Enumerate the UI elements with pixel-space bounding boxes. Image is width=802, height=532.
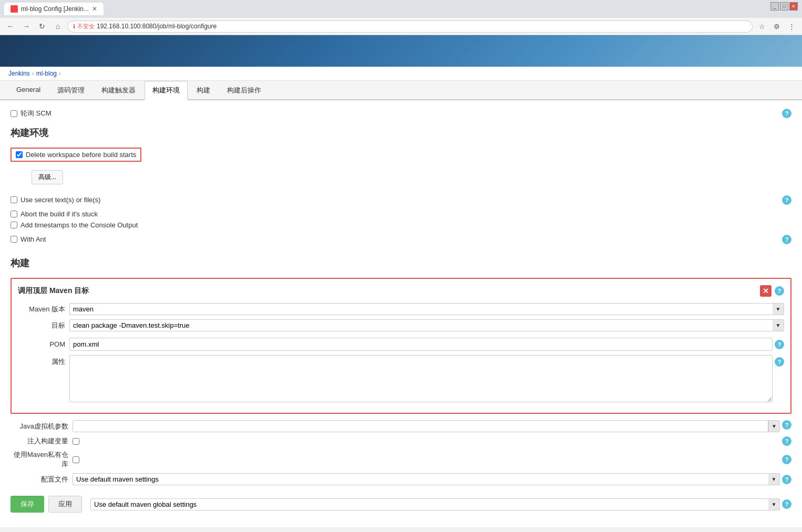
browser-controls: ← → ↻ ⌂ ℹ 不安全 192.168.10.100:8080/job/ml…: [0, 18, 802, 35]
poll-scm-help-icon[interactable]: ?: [782, 109, 791, 118]
extensions-button[interactable]: ⚙: [770, 20, 783, 33]
tab-triggers[interactable]: 构建触发器: [94, 81, 143, 99]
properties-textarea[interactable]: [69, 355, 773, 402]
inject-label: 注入构建变量: [11, 436, 68, 446]
breadcrumb-ml-blog[interactable]: ml-blog: [36, 70, 57, 77]
goal-row: 目标 ▼: [18, 319, 784, 331]
pom-help-icon[interactable]: ?: [775, 340, 784, 349]
tab-source[interactable]: 源码管理: [49, 81, 92, 99]
config-file-arrow[interactable]: ▼: [768, 473, 780, 485]
goal-label: 目标: [18, 321, 65, 330]
use-secret-label: Use secret text(s) or file(s): [20, 196, 100, 204]
pom-row: POM ?: [18, 338, 784, 351]
abort-stuck-checkbox[interactable]: [11, 211, 17, 217]
pom-label: POM: [18, 340, 65, 348]
private-repo-checkbox[interactable]: [73, 456, 79, 463]
goal-dropdown-button[interactable]: ▼: [773, 319, 784, 331]
pom-input[interactable]: [69, 338, 773, 351]
tab-close-button[interactable]: ✕: [92, 5, 97, 13]
jvm-label: Java虚拟机参数: [11, 422, 68, 431]
properties-help-icon[interactable]: ?: [775, 357, 784, 367]
inject-help-icon[interactable]: ?: [782, 436, 791, 446]
maven-version-arrow[interactable]: ▼: [773, 303, 784, 315]
reload-button[interactable]: ↻: [36, 20, 48, 33]
use-secret-row: Use secret text(s) or file(s) ?: [11, 193, 791, 207]
with-ant-row: With Ant ?: [11, 232, 791, 246]
tab-build[interactable]: 构建: [189, 81, 218, 99]
maven-help-icon[interactable]: ?: [775, 286, 784, 296]
browser-tab[interactable]: ml-blog Config [Jenkin... ✕: [4, 3, 104, 15]
use-secret-checkbox[interactable]: [11, 196, 17, 203]
build-title-row: 调用顶层 Maven 目标 ✕ ?: [18, 285, 784, 297]
maximize-button[interactable]: □: [780, 2, 788, 11]
jvm-dropdown-button[interactable]: ▼: [768, 420, 780, 432]
poll-scm-checkbox[interactable]: [11, 110, 17, 117]
private-repo-help-icon[interactable]: ?: [782, 455, 791, 464]
add-timestamps-checkbox[interactable]: [11, 222, 17, 228]
breadcrumb-sep-2: ›: [59, 70, 61, 77]
advanced-button[interactable]: 高级...: [32, 170, 63, 184]
save-button[interactable]: 保存: [11, 496, 44, 513]
remove-maven-button[interactable]: ✕: [760, 285, 772, 297]
tab-build-env[interactable]: 构建环境: [145, 81, 188, 100]
abort-stuck-label: Abort the build if it's stuck: [20, 210, 98, 218]
url-text: 192.168.10.100:8080/job/ml-blog/configur…: [97, 23, 217, 30]
maven-version-label: Maven 版本: [18, 305, 65, 314]
forward-button[interactable]: →: [20, 20, 33, 33]
build-heading: 构建: [11, 257, 791, 272]
menu-button[interactable]: ⋮: [785, 20, 798, 33]
global-settings-select[interactable]: Use default maven global settings: [90, 498, 768, 510]
action-buttons: 保存 应用: [11, 489, 82, 519]
build-inner: 调用顶层 Maven 目标 ✕ ? Maven 版本 maven ▼: [12, 279, 790, 413]
global-settings-help-icon[interactable]: ?: [782, 499, 791, 509]
with-ant-checkbox[interactable]: [11, 236, 17, 243]
abort-stuck-row: Abort the build if it's stuck: [11, 210, 791, 218]
build-container: 调用顶层 Maven 目标 ✕ ? Maven 版本 maven ▼: [11, 278, 791, 414]
config-file-help-icon[interactable]: ?: [782, 475, 791, 484]
minimize-button[interactable]: _: [770, 2, 779, 11]
goal-input[interactable]: [69, 319, 773, 331]
main-content: 轮询 SCM ? 构建环境 Delete workspace before bu…: [0, 100, 802, 527]
jvm-help-icon[interactable]: ?: [782, 420, 791, 430]
bookmark-button[interactable]: ☆: [756, 20, 768, 33]
build-env-heading: 构建环境: [11, 127, 791, 141]
tab-title: ml-blog Config [Jenkin...: [21, 5, 89, 13]
maven-version-control: maven ▼: [69, 303, 784, 315]
global-settings-arrow[interactable]: ▼: [768, 498, 780, 510]
back-button[interactable]: ←: [4, 20, 17, 33]
maven-title: 调用顶层 Maven 目标: [18, 286, 89, 296]
delete-workspace-label: Delete workspace before build starts: [26, 151, 136, 159]
config-file-row: 配置文件 Use default maven settings ▼ ?: [11, 473, 791, 485]
config-file-select[interactable]: Use default maven settings: [73, 473, 768, 485]
inject-checkbox[interactable]: [73, 438, 79, 445]
add-timestamps-label: Add timestamps to the Console Output: [20, 221, 138, 229]
inject-row: 注入构建变量 ?: [11, 436, 791, 446]
jvm-input[interactable]: [73, 420, 768, 432]
config-file-label: 配置文件: [11, 475, 68, 484]
pom-control: ?: [69, 338, 784, 351]
properties-row: 属性 ?: [18, 355, 784, 402]
with-ant-help-icon[interactable]: ?: [782, 235, 791, 244]
tab-general[interactable]: General: [8, 81, 48, 99]
properties-label: 属性: [18, 357, 65, 367]
use-secret-help-icon[interactable]: ?: [782, 195, 791, 205]
apply-button[interactable]: 应用: [48, 496, 82, 513]
breadcrumb-jenkins[interactable]: Jenkins: [8, 70, 30, 77]
poll-scm-label: 轮询 SCM: [20, 109, 52, 118]
breadcrumb-sep-1: ›: [32, 70, 34, 77]
jvm-row: Java虚拟机参数 ▼ ?: [11, 420, 791, 432]
maven-version-select[interactable]: maven: [69, 303, 773, 315]
breadcrumb: Jenkins › ml-blog ›: [0, 67, 802, 81]
delete-workspace-checkbox[interactable]: [16, 151, 23, 158]
tab-post-build[interactable]: 构建后操作: [219, 81, 269, 99]
security-label: 不安全: [77, 23, 95, 30]
address-bar[interactable]: ℹ 不安全 192.168.10.100:8080/job/ml-blog/co…: [67, 20, 753, 33]
home-button[interactable]: ⌂: [52, 20, 64, 33]
delete-workspace-row: Delete workspace before build starts: [11, 148, 141, 162]
goal-control: ▼: [69, 319, 784, 331]
private-repo-row: 使用Maven私有仓库 ?: [11, 450, 791, 469]
properties-control: ?: [69, 355, 784, 402]
security-icon: ℹ: [73, 23, 75, 30]
private-repo-label: 使用Maven私有仓库: [11, 450, 68, 469]
close-button[interactable]: ✕: [789, 2, 798, 11]
